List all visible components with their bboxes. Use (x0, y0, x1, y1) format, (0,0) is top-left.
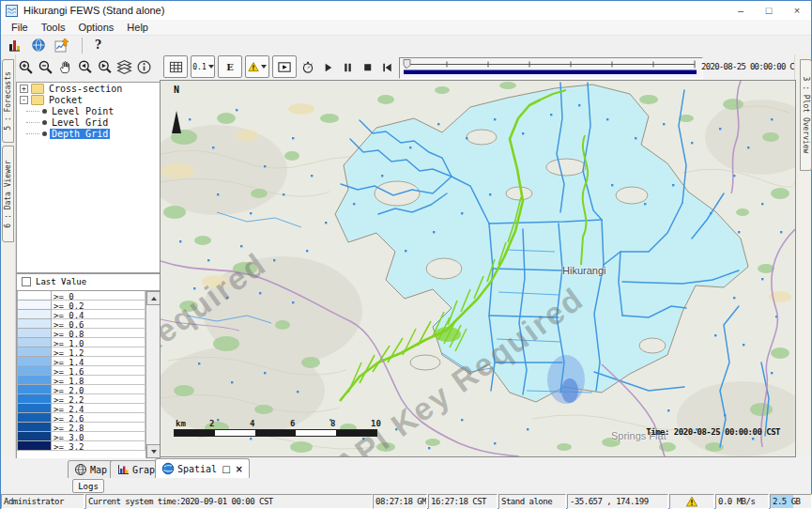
scale-tick-label: 4 (250, 419, 254, 428)
scale-track (174, 429, 377, 437)
scale-tick-label: 10 (371, 419, 381, 428)
status-warning[interactable] (669, 494, 714, 509)
stop-button[interactable] (358, 56, 376, 77)
layer-tree: +Cross-section-PocketLevel PointLevel Gr… (16, 82, 161, 273)
tab-spatial-active[interactable]: Spatial □ × (155, 458, 250, 478)
tab-close-icon[interactable]: × (236, 464, 243, 474)
status-mode: Stand alone (498, 494, 566, 509)
timeline-slider[interactable] (399, 57, 703, 79)
animation-dialog-button[interactable] (272, 55, 297, 78)
legend-scrollbar[interactable] (146, 291, 160, 458)
threshold-value: 0.1 (192, 63, 206, 71)
scale-segment (215, 430, 255, 436)
map-graphics (161, 81, 795, 456)
app-window: Hikurangi FEWS (Stand alone) – □ × FileT… (0, 0, 812, 509)
menu-tools[interactable]: Tools (35, 22, 72, 33)
tree-label[interactable]: Cross-section (47, 84, 124, 94)
menu-help[interactable]: Help (120, 22, 155, 33)
status-gmt-time: 08:27:18 GMT (373, 494, 427, 509)
tab-maximize-icon[interactable]: □ (222, 464, 230, 474)
previous-frame-button[interactable] (377, 56, 396, 77)
legend-panel: Last Value >= 0>= 0.2>= 0.4>= 0.6>= 0.8>… (16, 273, 161, 459)
expand-icon[interactable]: + (20, 85, 28, 93)
bar-chart-icon (116, 463, 130, 476)
north-arrow-icon (172, 95, 181, 133)
tree-label[interactable]: Level Point (50, 106, 115, 116)
scale-segment (296, 430, 336, 436)
scale-unit-label: km (176, 419, 186, 428)
window-controls: – □ × (727, 1, 811, 20)
close-button[interactable]: × (783, 1, 811, 20)
chevron-down-icon (208, 65, 214, 69)
tab-map[interactable]: Map (68, 460, 114, 478)
timeline-datetime: 2020-08-25 00:00:00 CST (701, 62, 804, 71)
tree-item-pocket[interactable]: -Pocket (17, 94, 160, 105)
legend-swatch (17, 440, 52, 451)
legend-classes: >= 0>= 0.2>= 0.4>= 0.6>= 0.8>= 1.0>= 1.2… (17, 291, 146, 458)
status-bar: Administrator Current system time:2020-0… (1, 494, 811, 509)
bottom-tab-bar: Map Graph Spatial □ × (1, 458, 811, 494)
folder-icon (31, 84, 44, 94)
node-bullet-icon (42, 109, 47, 114)
status-memory: 2.5 GB (770, 494, 812, 509)
map-canvas[interactable]: API Key Required API Key Required N Hiku… (160, 80, 796, 457)
zoom-in-icon[interactable] (16, 56, 35, 77)
layers-icon[interactable] (115, 56, 133, 77)
status-throughput: 0.0 MB/s (715, 494, 769, 509)
toolbar-separator (82, 38, 83, 54)
app-logo-icon (6, 5, 18, 17)
play-button[interactable] (318, 56, 337, 77)
maximize-button[interactable]: □ (755, 1, 783, 20)
grid-toggle-button[interactable] (163, 55, 188, 78)
status-local-time: 16:27:18 CST (428, 494, 498, 509)
map-scale-bar: km 246810 (174, 419, 390, 441)
info-icon[interactable] (134, 56, 153, 77)
scroll-up-icon[interactable] (146, 291, 161, 305)
tree-item-level-grid[interactable]: Level Grid (17, 116, 160, 128)
node-bullet-icon (42, 131, 47, 136)
animation-speed-icon[interactable] (299, 56, 317, 77)
tab-label: Map (90, 465, 107, 475)
logs-button[interactable]: Logs (72, 479, 104, 493)
title-bar: Hikurangi FEWS (Stand alone) – □ × (1, 1, 811, 20)
tree-item-cross-section[interactable]: +Cross-section (17, 83, 160, 94)
tree-item-depth-grid[interactable]: Depth Grid (17, 128, 160, 139)
wireframe-globe-icon (74, 463, 87, 476)
import-export-chart-icon[interactable] (54, 38, 69, 53)
legend-label: >= 3.2 (52, 440, 146, 451)
menu-options[interactable]: Options (71, 22, 120, 33)
window-title: Hikurangi FEWS (Stand alone) (23, 5, 164, 16)
last-value-checkbox[interactable] (22, 277, 31, 286)
scale-segment (255, 430, 296, 436)
warning-icon (685, 496, 698, 508)
scale-tick-label: 2 (209, 419, 214, 428)
tab-label: Spatial (177, 464, 217, 474)
tree-label[interactable]: Pocket (47, 95, 84, 105)
timeseries-chart-icon[interactable] (8, 38, 23, 53)
map-time-annotation: Time: 2020-08-25 00:00:00 CST (646, 427, 780, 437)
north-label: N (170, 85, 183, 95)
zoom-next-icon[interactable] (95, 56, 114, 77)
zoom-previous-icon[interactable] (75, 56, 94, 77)
tree-label[interactable]: Level Grid (50, 117, 110, 128)
warning-dropdown-button[interactable] (245, 55, 269, 78)
tree-connector (26, 110, 39, 112)
help-button[interactable]: ? (95, 39, 101, 52)
minimize-button[interactable]: – (727, 1, 755, 20)
tree-item-level-point[interactable]: Level Point (17, 105, 160, 116)
scroll-down-icon[interactable] (146, 444, 161, 458)
tree-label[interactable]: Depth Grid (50, 129, 110, 139)
menu-file[interactable]: File (5, 22, 35, 33)
label-toggle-button[interactable]: E (218, 55, 242, 78)
pause-button[interactable] (338, 56, 357, 77)
pan-hand-icon[interactable] (55, 56, 74, 77)
side-tab-data-viewer[interactable]: 6 : Data Viewer (2, 146, 14, 242)
last-value-label: Last Value (36, 277, 86, 286)
side-tab-plot-overview[interactable]: 3 : Plot Overview (800, 59, 812, 171)
chevron-down-icon (261, 65, 267, 69)
collapse-icon[interactable]: - (20, 96, 28, 104)
map-globe-icon[interactable] (31, 38, 46, 53)
threshold-dropdown-button[interactable]: 0.1 (191, 55, 215, 78)
zoom-out-icon[interactable] (36, 56, 54, 77)
side-tab-forecasts[interactable]: 5 : Forecasts (2, 59, 14, 143)
